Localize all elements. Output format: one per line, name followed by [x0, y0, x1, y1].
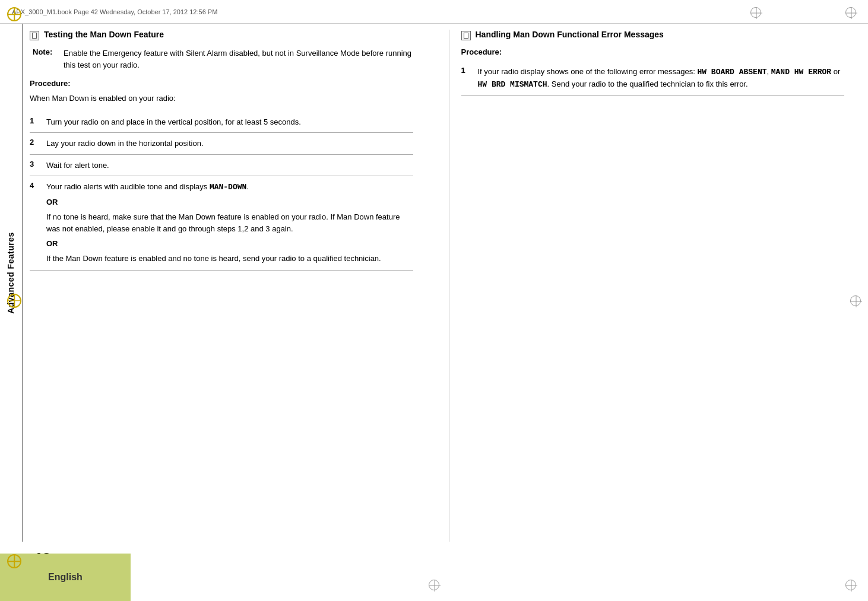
right-step-1-mono3: HW BRD MISMATCH: [478, 80, 547, 89]
step-4-content: Your radio alerts with audible tone and …: [46, 181, 413, 265]
reg-mark-bottom-left-gold: [7, 554, 21, 568]
step-2-text: Lay your radio down in the horizontal po…: [46, 138, 413, 150]
step-1-text: Turn your radio on and place in the vert…: [46, 116, 413, 128]
right-section-title: Handling Man Down Functional Error Messa…: [476, 30, 664, 39]
left-column: Testing the Man Down Feature Note: Enabl…: [30, 30, 425, 542]
section-icon-right: [461, 31, 471, 40]
reg-mark-top-far-right: [845, 7, 856, 18]
step-4-text-before: Your radio alerts with audible tone and …: [46, 182, 210, 191]
reg-mark-top-right-crosshair: [750, 7, 761, 18]
right-step-1-mono1: HW BOARD ABSENT: [697, 68, 766, 77]
step-3-number: 3: [30, 160, 40, 168]
advanced-features-side-tab: Advanced Features: [0, 208, 21, 338]
section-icon-inner: [32, 33, 37, 39]
right-step-1-text-after: . Send your radio to the qualified techn…: [547, 80, 748, 88]
right-column: Handling Man Down Functional Error Messa…: [449, 30, 845, 542]
left-section-title: Testing the Man Down Feature: [44, 30, 164, 39]
step-3-text: Wait for alert tone.: [46, 160, 413, 171]
right-step-1: 1 If your radio display shows one of the…: [461, 61, 845, 96]
reg-mark-top-left: [7, 7, 21, 21]
section-icon-right-inner: [464, 33, 468, 39]
section-icon-left: [30, 31, 39, 40]
step-2: 2 Lay your radio down in the horizontal …: [30, 133, 413, 155]
right-step-1-number: 1: [461, 66, 472, 75]
left-section-title-block: Testing the Man Down Feature: [30, 30, 413, 40]
step-2-number: 2: [30, 138, 40, 147]
step-1: 1 Turn your radio on and place in the ve…: [30, 112, 413, 133]
step-4-or2: OR: [46, 238, 413, 250]
step-4-number: 4: [30, 181, 40, 190]
main-content: Testing the Man Down Feature Note: Enabl…: [30, 30, 844, 542]
step-1-number: 1: [30, 116, 40, 125]
note-text: Enable the Emergency feature with Silent…: [64, 47, 413, 71]
reg-mark-right-mid: [850, 295, 861, 306]
header-text: APX_3000_M1.book Page 42 Wednesday, Octo…: [12, 8, 217, 15]
step-4-text-or2: If the Man Down feature is enabled and n…: [46, 254, 381, 263]
step-4: 4 Your radio alerts with audible tone an…: [30, 176, 413, 271]
step-4-or1: OR: [46, 196, 413, 209]
right-step-1-text-mid1: ,: [767, 67, 771, 76]
left-procedure-heading: Procedure:: [30, 79, 413, 88]
right-step-1-text-mid2: or: [831, 67, 840, 76]
left-side-line: [23, 24, 23, 542]
note-label: Note:: [33, 47, 58, 71]
right-procedure-heading: Procedure:: [461, 47, 845, 56]
step-4-text-or1: If no tone is heard, make sure that the …: [46, 212, 400, 234]
step-4-mono1: MAN-DOWN: [210, 183, 246, 192]
right-step-1-text-before: If your radio display shows one of the f…: [478, 67, 698, 76]
reg-mark-bottom-right: [845, 580, 856, 590]
right-step-1-content: If your radio display shows one of the f…: [478, 66, 845, 90]
reg-mark-left-mid: [7, 294, 21, 308]
when-text: When Man Down is enabled on your radio:: [30, 93, 413, 104]
english-label: English: [48, 572, 83, 583]
right-step-1-mono2: MAND HW ERROR: [771, 68, 831, 77]
step-3: 3 Wait for alert tone.: [30, 155, 413, 177]
right-section-title-block: Handling Man Down Functional Error Messa…: [461, 30, 845, 40]
page-header: APX_3000_M1.book Page 42 Wednesday, Octo…: [0, 0, 868, 24]
reg-mark-bottom-center: [429, 580, 439, 590]
note-block: Note: Enable the Emergency feature with …: [30, 47, 413, 71]
